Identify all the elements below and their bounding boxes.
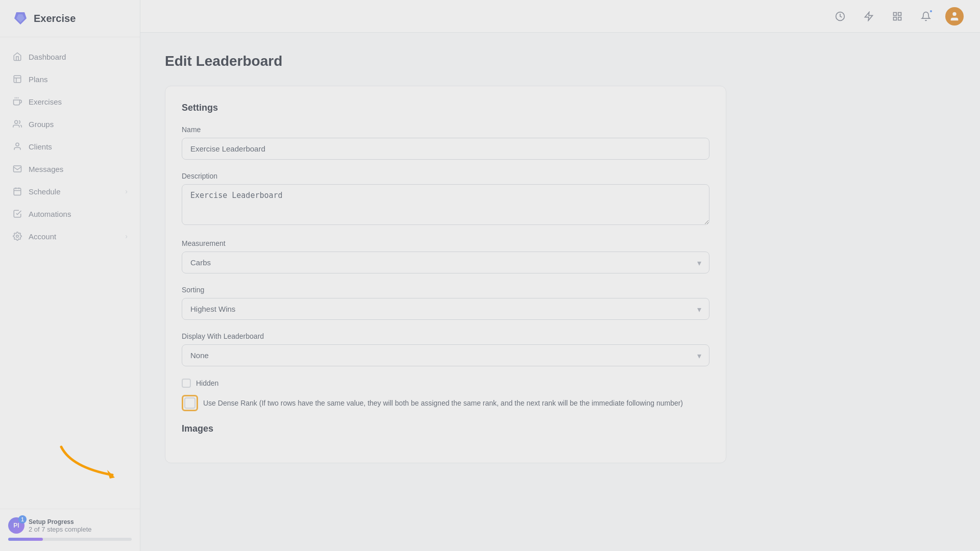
topbar — [140, 0, 980, 33]
notification-dot — [929, 9, 933, 13]
description-input[interactable]: Exercise Leaderboard — [182, 184, 709, 225]
svg-point-9 — [16, 143, 19, 146]
measurement-select[interactable]: Carbs Protein Fat Calories — [182, 252, 709, 273]
progress-bar-container — [8, 538, 132, 541]
grid-icon[interactable] — [888, 7, 906, 26]
hidden-row: Hidden — [182, 379, 709, 388]
hidden-label: Hidden — [196, 379, 218, 387]
svg-rect-10 — [14, 166, 21, 172]
sidebar-item-label: Messages — [29, 165, 63, 173]
svg-rect-11 — [14, 188, 21, 195]
user-avatar[interactable] — [945, 7, 964, 26]
history-icon[interactable] — [831, 7, 849, 26]
arrow-annotation — [51, 437, 133, 490]
page-title: Edit Leaderboard — [165, 53, 955, 69]
schedule-chevron-icon: › — [125, 187, 128, 195]
display-select[interactable]: None Chart Bar — [182, 344, 709, 366]
settings-section-title: Settings — [182, 103, 709, 113]
sidebar-item-label: Dashboard — [29, 53, 66, 61]
svg-rect-19 — [894, 12, 897, 15]
sidebar-item-dashboard[interactable]: Dashboard — [0, 45, 140, 68]
images-section-title: Images — [182, 423, 709, 434]
lightning-icon[interactable] — [860, 7, 878, 26]
sidebar-item-clients[interactable]: Clients — [0, 135, 140, 158]
description-label: Description — [182, 172, 709, 180]
dense-rank-highlight — [182, 395, 198, 411]
name-group: Name — [182, 126, 709, 160]
logo-area[interactable]: Exercise — [0, 0, 140, 37]
exercises-icon — [12, 96, 22, 107]
svg-point-23 — [952, 12, 956, 15]
svg-rect-20 — [898, 12, 901, 15]
form-card: Settings Name Description Exercise Leade… — [165, 86, 726, 463]
display-label: Display With Leaderboard — [182, 332, 709, 340]
measurement-label: Measurement — [182, 239, 709, 247]
sorting-label: Sorting — [182, 286, 709, 294]
automations-icon — [12, 209, 22, 219]
svg-rect-22 — [898, 17, 901, 20]
sidebar-item-account[interactable]: Account › — [0, 225, 140, 247]
plans-icon — [12, 74, 22, 84]
sorting-select-wrapper: Highest Wins Lowest Wins ▾ — [182, 298, 709, 320]
app-logo-icon — [12, 10, 29, 27]
main-content: Edit Leaderboard Settings Name Descripti… — [140, 0, 980, 551]
sidebar-item-groups[interactable]: Groups — [0, 113, 140, 135]
display-select-wrapper: None Chart Bar ▾ — [182, 344, 709, 366]
setup-progress: Pl 1 Setup Progress 2 of 7 steps complet… — [0, 509, 140, 551]
progress-bar-fill — [8, 538, 43, 541]
name-input[interactable] — [182, 138, 709, 160]
sidebar-item-label: Clients — [29, 142, 52, 151]
schedule-icon — [12, 186, 22, 196]
dense-rank-row: Use Dense Rank (If two rows have the sam… — [182, 395, 709, 411]
svg-marker-18 — [865, 12, 873, 20]
steps-complete: 2 of 7 steps complete — [29, 525, 92, 533]
app-name: Exercise — [34, 13, 76, 24]
measurement-select-wrapper: Carbs Protein Fat Calories ▾ — [182, 252, 709, 273]
measurement-group: Measurement Carbs Protein Fat Calories ▾ — [182, 239, 709, 273]
account-icon — [12, 231, 22, 241]
hidden-checkbox[interactable] — [182, 379, 191, 388]
svg-rect-21 — [894, 17, 897, 20]
progress-badge: 1 — [18, 515, 27, 523]
images-group: Images — [182, 423, 709, 434]
display-group: Display With Leaderboard None Chart Bar … — [182, 332, 709, 366]
account-chevron-icon: › — [125, 232, 128, 240]
sidebar: Exercise Dashboard Plans — [0, 0, 140, 551]
sidebar-item-exercises[interactable]: Exercises — [0, 90, 140, 113]
dense-rank-label: Use Dense Rank (If two rows have the sam… — [203, 399, 683, 407]
messages-icon — [12, 164, 22, 174]
sidebar-item-schedule[interactable]: Schedule › — [0, 180, 140, 203]
sidebar-item-label: Account — [29, 232, 56, 241]
groups-icon — [12, 119, 22, 129]
sidebar-item-label: Automations — [29, 210, 71, 218]
progress-title: Setup Progress — [29, 518, 92, 525]
sidebar-item-label: Schedule — [29, 187, 61, 196]
sidebar-item-label: Exercises — [29, 97, 62, 106]
description-group: Description Exercise Leaderboard — [182, 172, 709, 227]
sidebar-item-automations[interactable]: Automations — [0, 203, 140, 225]
sorting-select[interactable]: Highest Wins Lowest Wins — [182, 298, 709, 320]
progress-avatar: Pl 1 — [8, 517, 24, 534]
bell-icon[interactable] — [917, 7, 935, 26]
sorting-group: Sorting Highest Wins Lowest Wins ▾ — [182, 286, 709, 320]
dense-rank-checkbox[interactable] — [184, 397, 195, 409]
sidebar-item-label: Plans — [29, 75, 48, 84]
name-label: Name — [182, 126, 709, 134]
page-content: Edit Leaderboard Settings Name Descripti… — [140, 33, 980, 551]
svg-rect-2 — [14, 76, 21, 83]
svg-point-8 — [15, 120, 18, 123]
sidebar-item-label: Groups — [29, 120, 54, 129]
sidebar-item-plans[interactable]: Plans — [0, 68, 140, 90]
sidebar-item-messages[interactable]: Messages — [0, 158, 140, 180]
clients-icon — [12, 141, 22, 152]
home-icon — [12, 52, 22, 62]
svg-point-15 — [16, 235, 19, 238]
